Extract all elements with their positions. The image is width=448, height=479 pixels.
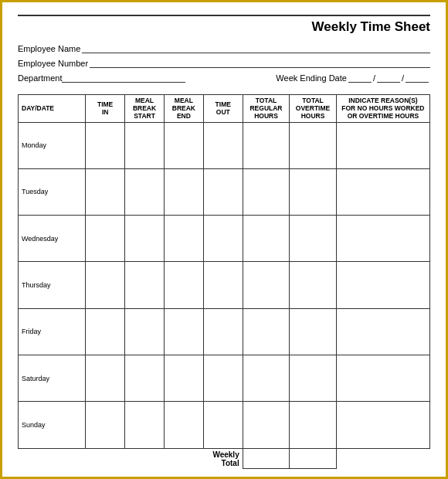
header-meal-break-start: MEALBREAKSTART <box>125 95 165 123</box>
cell-total-overtime-friday[interactable] <box>290 308 337 355</box>
table-row: Saturday <box>19 355 430 401</box>
cell-time-out-tuesday[interactable] <box>203 168 243 215</box>
cell-time-in-friday[interactable] <box>86 308 125 355</box>
week-ending-month[interactable] <box>348 72 372 83</box>
cell-total-regular-tuesday[interactable] <box>243 168 290 215</box>
header-indicate-reasons: INDICATE REASON(S)FOR NO HOURS WORKEDOR … <box>336 95 429 123</box>
page: Weekly Time Sheet Employee Name Employee… <box>2 2 446 477</box>
cell-time-in-sunday[interactable] <box>86 402 125 448</box>
page-title: Weekly Time Sheet <box>18 19 430 35</box>
cell-day-friday: Friday <box>19 308 86 355</box>
cell-time-out-wednesday[interactable] <box>203 216 243 262</box>
cell-day-thursday: Thursday <box>19 262 86 308</box>
cell-day-tuesday: Tuesday <box>19 168 86 215</box>
cell-total-regular-thursday[interactable] <box>243 262 290 308</box>
cell-day-monday: Monday <box>19 122 86 168</box>
cell-total-overtime-sunday[interactable] <box>290 402 337 448</box>
cell-meal-break-start-sunday[interactable] <box>125 402 165 448</box>
employee-name-label: Employee Name <box>18 44 80 53</box>
weekly-total-overtime[interactable] <box>290 448 337 469</box>
cell-time-in-thursday[interactable] <box>86 262 125 308</box>
cell-meal-break-end-monday[interactable] <box>164 122 203 168</box>
cell-time-out-thursday[interactable] <box>203 262 243 308</box>
weekly-total-spacer-end <box>336 448 429 469</box>
cell-meal-break-end-tuesday[interactable] <box>164 168 203 215</box>
header-day: DAY/DATE <box>19 95 86 123</box>
cell-total-overtime-thursday[interactable] <box>290 262 337 308</box>
cell-reasons-sunday[interactable] <box>336 402 429 448</box>
cell-meal-break-start-friday[interactable] <box>125 308 165 355</box>
weekly-total-label: Weekly Total <box>203 448 243 469</box>
department-label: Department <box>18 73 62 83</box>
employee-name-field: Employee Name <box>18 42 430 53</box>
cell-time-in-wednesday[interactable] <box>86 216 125 262</box>
cell-total-regular-sunday[interactable] <box>243 402 290 448</box>
table-row: Tuesday <box>19 168 430 215</box>
cell-reasons-saturday[interactable] <box>336 355 429 401</box>
cell-total-overtime-saturday[interactable] <box>290 355 337 401</box>
department-field: Department <box>18 72 268 83</box>
header-time-out: TIMEOUT <box>203 95 243 123</box>
table-row: Thursday <box>19 262 430 308</box>
week-ending-field: Week Ending Date / / <box>276 72 430 83</box>
cell-day-sunday: Sunday <box>19 402 86 448</box>
week-ending-day[interactable] <box>377 72 400 83</box>
table-row: Friday <box>19 308 430 355</box>
cell-time-out-friday[interactable] <box>203 308 243 355</box>
cell-day-saturday: Saturday <box>19 355 86 401</box>
weekly-total-regular[interactable] <box>243 448 290 469</box>
cell-meal-break-end-friday[interactable] <box>164 308 203 355</box>
employee-number-label: Employee Number <box>18 59 88 68</box>
header-total-regular: TOTALREGULARHOURS <box>243 95 290 123</box>
cell-day-wednesday: Wednesday <box>19 216 86 262</box>
cell-reasons-monday[interactable] <box>336 122 429 168</box>
week-ending-label: Week Ending Date <box>276 73 347 83</box>
cell-meal-break-start-saturday[interactable] <box>125 355 165 401</box>
weekly-total-row: Weekly Total <box>19 448 430 469</box>
cell-total-overtime-wednesday[interactable] <box>290 216 337 262</box>
cell-total-overtime-monday[interactable] <box>290 122 337 168</box>
employee-number-input[interactable] <box>90 57 430 68</box>
table-row: Monday <box>19 122 430 168</box>
cell-time-in-monday[interactable] <box>86 122 125 168</box>
header-total-overtime: TOTALOVERTIMEHOURS <box>290 95 337 123</box>
weekly-total-spacer <box>19 448 204 469</box>
cell-meal-break-end-saturday[interactable] <box>164 355 203 401</box>
title-row: Weekly Time Sheet <box>18 15 430 35</box>
table-header-row: DAY/DATE TIMEIN MEALBREAKSTART MEALBREAK… <box>19 95 430 123</box>
table-row: Sunday <box>19 402 430 448</box>
cell-meal-break-start-tuesday[interactable] <box>125 168 165 215</box>
cell-time-out-saturday[interactable] <box>203 355 243 401</box>
employee-name-input[interactable] <box>82 42 430 53</box>
cell-meal-break-start-thursday[interactable] <box>125 262 165 308</box>
timesheet-table: DAY/DATE TIMEIN MEALBREAKSTART MEALBREAK… <box>18 94 430 469</box>
cell-reasons-thursday[interactable] <box>336 262 429 308</box>
cell-meal-break-end-wednesday[interactable] <box>164 216 203 262</box>
fields-section: Employee Name Employee Number Department… <box>18 42 430 87</box>
cell-total-overtime-tuesday[interactable] <box>290 168 337 215</box>
cell-total-regular-saturday[interactable] <box>243 355 290 401</box>
cell-time-in-tuesday[interactable] <box>86 168 125 215</box>
cell-total-regular-monday[interactable] <box>243 122 290 168</box>
department-week-row: Department Week Ending Date / / <box>18 72 430 83</box>
cell-meal-break-start-monday[interactable] <box>125 122 165 168</box>
cell-reasons-wednesday[interactable] <box>336 216 429 262</box>
header-meal-break-end: MEALBREAKEND <box>164 95 203 123</box>
week-ending-year[interactable] <box>406 72 429 83</box>
cell-reasons-tuesday[interactable] <box>336 168 429 215</box>
cell-time-out-sunday[interactable] <box>203 402 243 448</box>
cell-meal-break-end-thursday[interactable] <box>164 262 203 308</box>
department-input[interactable] <box>62 72 185 83</box>
cell-total-regular-wednesday[interactable] <box>243 216 290 262</box>
cell-meal-break-end-sunday[interactable] <box>164 402 203 448</box>
header-time-in: TIMEIN <box>86 95 125 123</box>
cell-time-out-monday[interactable] <box>203 122 243 168</box>
table-row: Wednesday <box>19 216 430 262</box>
cell-time-in-saturday[interactable] <box>86 355 125 401</box>
cell-total-regular-friday[interactable] <box>243 308 290 355</box>
employee-number-field: Employee Number <box>18 57 430 68</box>
cell-reasons-friday[interactable] <box>336 308 429 355</box>
cell-meal-break-start-wednesday[interactable] <box>125 216 165 262</box>
